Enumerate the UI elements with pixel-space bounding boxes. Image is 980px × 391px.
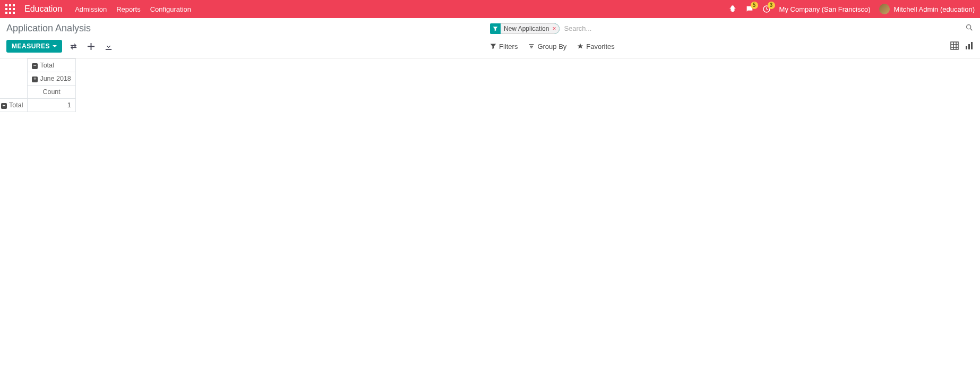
measures-label: MEASURES [12, 42, 50, 50]
apps-icon[interactable] [5, 4, 15, 14]
svg-line-11 [970, 29, 972, 30]
company-selector[interactable]: My Company (San Francisco) [779, 5, 871, 13]
filters-button[interactable]: Filters [490, 42, 518, 50]
pivot-row-total[interactable]: +Total [0, 99, 28, 112]
svg-rect-19 [971, 42, 973, 49]
pivot-col-month[interactable]: +June 2018 [28, 72, 75, 86]
pivot-empty-header [0, 86, 28, 99]
avatar [879, 4, 890, 14]
svg-rect-18 [968, 44, 970, 49]
svg-rect-4 [9, 8, 11, 10]
expand-all-icon[interactable] [85, 40, 97, 53]
activity-icon[interactable]: 3 [762, 5, 771, 13]
search-facet: New Application × [490, 23, 560, 34]
filter-icon [490, 24, 501, 33]
app-title[interactable]: Education [24, 4, 62, 14]
nav-link-configuration[interactable]: Configuration [150, 5, 191, 13]
pivot-count-header: Count [28, 86, 75, 99]
debug-icon[interactable] [728, 5, 737, 13]
caret-down-icon [53, 45, 57, 47]
user-label: Mitchell Admin (education) [894, 5, 975, 13]
svg-rect-7 [9, 12, 11, 14]
expand-icon[interactable]: + [32, 76, 38, 82]
groupby-button[interactable]: Group By [528, 42, 566, 50]
svg-rect-1 [9, 4, 11, 6]
filters-label: Filters [499, 42, 518, 50]
svg-rect-3 [5, 8, 7, 10]
facet-remove[interactable]: × [552, 25, 556, 32]
collapse-icon[interactable]: − [32, 63, 38, 69]
facet-label: New Application [504, 25, 549, 32]
groupby-label: Group By [537, 42, 566, 50]
top-navbar: Education Admission Reports Configuratio… [0, 0, 980, 18]
chat-icon[interactable]: 5 [745, 5, 754, 13]
pivot-empty-header [0, 72, 28, 86]
svg-rect-8 [13, 12, 15, 14]
measures-button[interactable]: MEASURES [6, 40, 62, 53]
pivot-table: −Total +June 2018 Count +Total 1 [0, 58, 76, 112]
page-title: Application Analysis [6, 23, 91, 34]
nav-link-reports[interactable]: Reports [116, 5, 141, 13]
search-icon[interactable] [965, 23, 974, 33]
svg-rect-0 [5, 4, 7, 6]
pivot-value: 1 [28, 99, 75, 112]
flip-axis-icon[interactable] [67, 40, 80, 53]
chat-badge: 5 [751, 2, 758, 9]
svg-rect-5 [13, 8, 15, 10]
svg-rect-2 [13, 4, 15, 6]
control-panel: Application Analysis New Application × M… [0, 18, 980, 58]
search-input[interactable] [560, 22, 965, 35]
pivot-empty-header [0, 59, 28, 72]
svg-rect-12 [951, 42, 958, 49]
search-area: New Application × [490, 22, 974, 35]
download-icon[interactable] [102, 40, 115, 53]
expand-icon[interactable]: + [1, 103, 7, 109]
pivot-area: −Total +June 2018 Count +Total 1 Admissi… [0, 58, 980, 112]
favorites-label: Favorites [586, 42, 614, 50]
user-menu[interactable]: Mitchell Admin (education) [879, 4, 975, 14]
activity-badge: 3 [768, 2, 775, 9]
svg-point-10 [967, 25, 971, 29]
pivot-col-total[interactable]: −Total [28, 59, 75, 72]
graph-view-icon[interactable] [965, 41, 974, 52]
pivot-view-icon[interactable] [950, 41, 959, 52]
svg-rect-17 [966, 46, 967, 49]
nav-link-admission[interactable]: Admission [75, 5, 107, 13]
svg-rect-6 [5, 12, 7, 14]
favorites-button[interactable]: Favorites [577, 42, 614, 50]
